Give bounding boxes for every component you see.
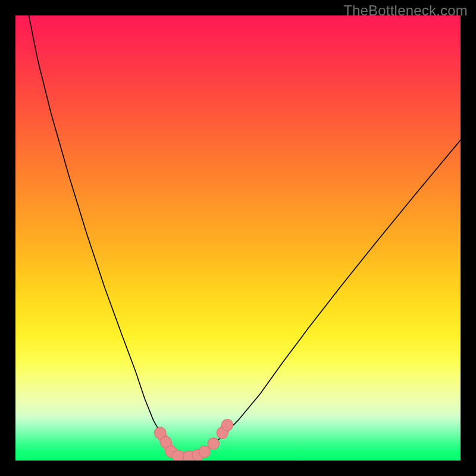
watermark-text: TheBottleneck.com (343, 2, 468, 19)
data-markers (154, 419, 233, 461)
bottleneck-curve (29, 15, 461, 456)
plot-area (15, 15, 461, 461)
pt-right-top (221, 419, 233, 430)
pt-right-low (199, 446, 210, 457)
chart-svg (15, 15, 461, 461)
pt-right-mid (208, 438, 219, 449)
outer-frame: TheBottleneck.com (0, 0, 476, 476)
pt-low-a (172, 450, 183, 461)
